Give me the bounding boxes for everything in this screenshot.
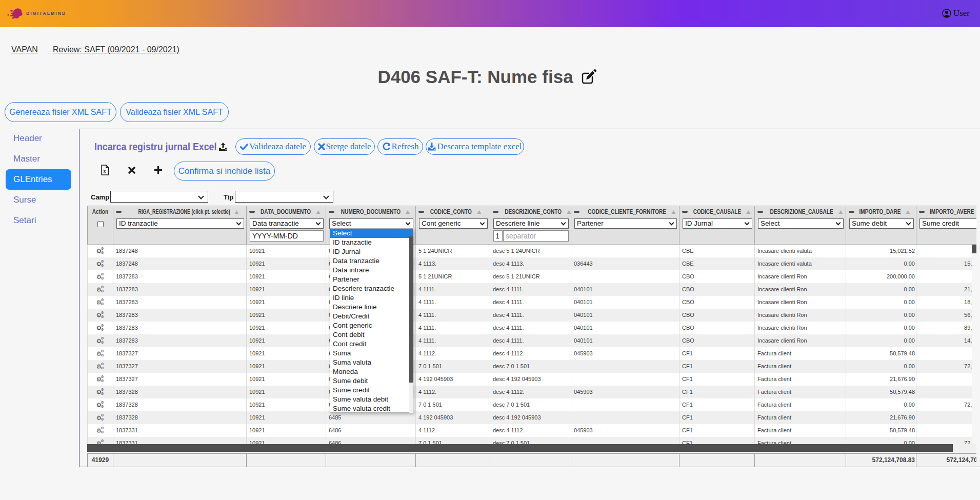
- dropdown-option[interactable]: Select: [330, 229, 413, 238]
- descrizione-conto-filter-select[interactable]: Descriere linie: [493, 218, 569, 229]
- column-descrizione-causale[interactable]: DESCRIZIONE_CAUSALE Select: [755, 206, 846, 245]
- table-row[interactable]: ⚙⚙⚙ 1837248 10921 6479 5 1 24UNICR desc …: [88, 245, 972, 257]
- table-row[interactable]: ⚙⚙⚙ 1837248 10921 6479 4 1113. desc 4 11…: [88, 257, 972, 270]
- dropdown-option[interactable]: Descriere linie: [330, 303, 413, 312]
- table-row[interactable]: ⚙⚙⚙ 1837327 10921 6484 4 192 045903 desc…: [88, 373, 972, 386]
- descrizione-conto-filter-separator-input[interactable]: separator: [503, 230, 569, 242]
- cogs-icon[interactable]: ⚙⚙⚙: [96, 299, 105, 306]
- table-row[interactable]: ⚙⚙⚙ 1837283 10921 6480 4 1111. desc 4 11…: [88, 283, 972, 296]
- column-importo-dare[interactable]: IMPORTO_DARE Sume debit: [846, 206, 916, 245]
- dropdown-option[interactable]: ID linie: [330, 293, 413, 303]
- column-data-documento[interactable]: DATA_DOCUMENTO Data tranzactie YYYY-MM-D…: [247, 206, 326, 245]
- sort-icon[interactable]: [567, 210, 571, 214]
- collapse-column-icon[interactable]: [757, 211, 763, 213]
- upload-icon[interactable]: [218, 143, 228, 151]
- dropdown-option[interactable]: Cont debit: [330, 330, 413, 339]
- sidebar-item-header[interactable]: Header: [6, 128, 71, 149]
- column-codice-cliente-fornitore[interactable]: CODICE_CLIENTE_FORNITORE Partener: [571, 206, 679, 245]
- vertical-scrollbar[interactable]: [972, 245, 976, 253]
- sort-icon[interactable]: [235, 210, 239, 214]
- table-row[interactable]: ⚙⚙⚙ 1837327 10921 6484 7 0 1 501 desc 7 …: [88, 360, 972, 373]
- add-icon[interactable]: [154, 166, 162, 174]
- validate-data-button[interactable]: Valideaza datele: [235, 138, 311, 155]
- dropdown-option[interactable]: Sume credit: [330, 386, 413, 395]
- table-row[interactable]: ⚙⚙⚙ 1837331 10921 6486 7 0 1 501 desc 7 …: [88, 437, 972, 444]
- cogs-icon[interactable]: ⚙⚙⚙: [96, 376, 105, 383]
- table-row[interactable]: ⚙⚙⚙ 1837283 10921 6480 4 1111. desc 4 11…: [88, 296, 972, 309]
- dare-filter-select[interactable]: Sume debit: [849, 218, 914, 229]
- breadcrumb-link-vapan[interactable]: VAPAN: [11, 45, 38, 54]
- sort-icon[interactable]: [671, 210, 675, 214]
- sidebar-item-surse[interactable]: Surse: [6, 190, 71, 210]
- sort-icon[interactable]: [906, 210, 910, 214]
- descrizione-causale-filter-select[interactable]: Select: [758, 218, 844, 229]
- cogs-icon[interactable]: ⚙⚙⚙: [96, 248, 105, 255]
- collapse-column-icon[interactable]: [493, 211, 498, 213]
- dropdown-option[interactable]: Sume valuta debit: [330, 395, 413, 404]
- data-filter-input[interactable]: YYYY-MM-DD: [250, 230, 324, 242]
- riga-filter-select[interactable]: ID tranzactie: [116, 218, 244, 229]
- cogs-icon[interactable]: ⚙⚙⚙: [96, 350, 105, 357]
- cogs-icon[interactable]: ⚙⚙⚙: [96, 337, 105, 345]
- sort-icon[interactable]: [477, 210, 481, 214]
- cogs-icon[interactable]: ⚙⚙⚙: [96, 427, 105, 434]
- table-row[interactable]: ⚙⚙⚙ 1837328 10921 6485 4 192 045903 desc…: [88, 411, 972, 424]
- sort-icon[interactable]: [746, 210, 750, 214]
- table-row[interactable]: ⚙⚙⚙ 1837283 10921 6480 4 1111. desc 4 11…: [88, 309, 972, 322]
- refresh-button[interactable]: Refresh: [377, 138, 423, 155]
- table-row[interactable]: ⚙⚙⚙ 1837283 10921 6480 4 1111. desc 4 11…: [88, 322, 972, 334]
- conto-filter-select[interactable]: Cont generic: [419, 218, 488, 229]
- sort-icon[interactable]: [316, 210, 320, 214]
- collapse-column-icon[interactable]: [249, 211, 255, 213]
- dropdown-option[interactable]: Debit/Credit: [330, 312, 413, 321]
- sidebar-item-glentries[interactable]: GLEntries: [6, 169, 71, 190]
- cogs-icon[interactable]: ⚙⚙⚙: [96, 273, 105, 281]
- cogs-icon[interactable]: ⚙⚙⚙: [96, 414, 105, 422]
- table-row[interactable]: ⚙⚙⚙ 1837328 10921 6485 4 1112. desc 4 11…: [88, 386, 972, 398]
- column-importo-avere[interactable]: IMPORTO_AVERE Sume credit: [916, 206, 976, 245]
- delete-data-button[interactable]: Sterge datele: [314, 138, 375, 155]
- user-menu[interactable]: User: [942, 8, 970, 18]
- avere-filter-select[interactable]: Sume credit: [919, 218, 976, 229]
- cogs-icon[interactable]: ⚙⚙⚙: [96, 363, 105, 370]
- collapse-column-icon[interactable]: [682, 211, 688, 213]
- download-template-button[interactable]: Descarca template excel: [426, 138, 524, 155]
- cogs-icon[interactable]: ⚙⚙⚙: [96, 261, 105, 268]
- dropdown-option[interactable]: Data tranzactie: [330, 256, 413, 266]
- sort-icon[interactable]: [838, 210, 843, 214]
- table-row[interactable]: ⚙⚙⚙ 1837328 10921 6485 7 0 1 501 desc 7 …: [88, 398, 972, 411]
- cogs-icon[interactable]: ⚙⚙⚙: [96, 312, 105, 319]
- dropdown-option[interactable]: Sume valuta credit: [330, 404, 413, 413]
- dropdown-option[interactable]: Cont generic: [330, 321, 413, 330]
- collapse-column-icon[interactable]: [418, 211, 424, 213]
- table-row[interactable]: ⚙⚙⚙ 1837283 10921 6480 5 1 21UNICR desc …: [88, 270, 972, 283]
- collapse-column-icon[interactable]: [919, 211, 925, 213]
- breadcrumb-link-review[interactable]: Review: SAFT (09/2021 - 09/2021): [53, 45, 179, 54]
- dropdown-option[interactable]: Cont credit: [330, 339, 413, 349]
- horizontal-scrollbar-thumb[interactable]: [87, 444, 953, 452]
- cogs-icon[interactable]: ⚙⚙⚙: [96, 325, 105, 332]
- dropdown-option[interactable]: ID Jurnal: [330, 247, 413, 256]
- collapse-column-icon[interactable]: [574, 211, 579, 213]
- dropdown-option[interactable]: Moneda: [330, 367, 413, 376]
- table-row[interactable]: ⚙⚙⚙ 1837331 10921 6486 4 1112. desc 4 11…: [88, 424, 972, 437]
- data-filter-select[interactable]: Data tranzactie: [250, 218, 324, 229]
- causale-filter-select[interactable]: ID Jurnal: [683, 218, 752, 229]
- dropdown-option[interactable]: Suma: [330, 349, 413, 358]
- edit-icon[interactable]: [581, 69, 596, 85]
- camp-select[interactable]: [110, 191, 208, 203]
- sort-icon[interactable]: [406, 210, 410, 214]
- dropdown-option[interactable]: Descriere tranzactie: [330, 284, 413, 293]
- dropdown-option[interactable]: Partener: [330, 275, 413, 284]
- dropdown-option[interactable]: ID tranzactie: [330, 238, 413, 247]
- column-codice-causale[interactable]: CODICE_CAUSALE ID Jurnal: [679, 206, 755, 245]
- dropdown-option[interactable]: Suma valuta: [330, 358, 413, 367]
- select-all-checkbox[interactable]: [97, 221, 104, 227]
- cogs-icon[interactable]: ⚙⚙⚙: [96, 286, 105, 293]
- sidebar-item-master[interactable]: Master: [6, 149, 71, 169]
- validate-xml-button[interactable]: Valideaza fisier XML SAFT: [120, 102, 229, 122]
- cogs-icon[interactable]: ⚙⚙⚙: [96, 440, 105, 445]
- column-descrizione-conto[interactable]: DESCRIZIONE_CONTO Descriere linie 1 sepa…: [490, 206, 571, 245]
- tip-select[interactable]: [235, 191, 333, 203]
- collapse-column-icon[interactable]: [329, 211, 334, 213]
